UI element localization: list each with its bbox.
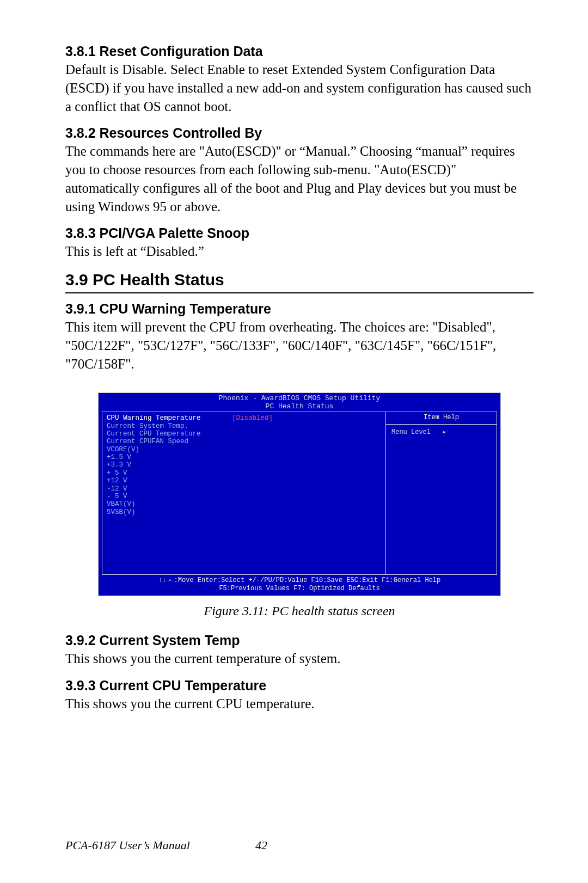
bios-setting-row: CPU Warning Temperature[Disabled] (107, 414, 381, 422)
heading-3-9-3: 3.9.3 Current CPU Temperature (65, 678, 534, 694)
bios-title-line1: Phoenix - AwardBIOS CMOS Setup Utility (219, 394, 380, 402)
figure-caption: Figure 3.11: PC health status screen (65, 604, 534, 618)
bios-setting-value: [Disabled] (232, 414, 273, 422)
bios-setting-row: + 5 V (107, 469, 381, 477)
bios-setting-row: Current System Temp. (107, 422, 381, 430)
body-3-8-3: This is left at “Disabled.” (65, 242, 534, 261)
section-3-8-2: 3.8.2 Resources Controlled By The comman… (65, 125, 534, 216)
bios-setting-label: +3.3 V (107, 461, 232, 469)
heading-3-8-1: 3.8.1 Reset Configuration Data (65, 44, 534, 59)
heading-3-9: 3.9 PC Health Status (65, 271, 534, 289)
bios-setting-label: Current System Temp. (107, 422, 232, 430)
bios-setting-label: +12 V (107, 477, 232, 485)
bios-setting-row: +12 V (107, 477, 381, 485)
bios-setting-label: + 5 V (107, 469, 232, 477)
body-3-9-3: This shows you the current CPU temperatu… (65, 695, 534, 713)
heading-3-8-2: 3.8.2 Resources Controlled By (65, 125, 534, 141)
bios-left-panel: CPU Warning Temperature[Disabled]Current… (102, 412, 385, 575)
bios-setting-row: - 5 V (107, 493, 381, 500)
bios-setting-label: Current CPUFAN Speed (107, 438, 232, 445)
page-footer: PCA-6187 User’s Manual 42 (65, 838, 534, 853)
bios-setting-row: VBAT(V) (107, 500, 381, 508)
bios-setting-row: -12 V (107, 485, 381, 493)
footer-manual-name: PCA-6187 User’s Manual (65, 838, 190, 853)
section-3-8-3: 3.8.3 PCI/VGA Palette Snoop This is left… (65, 225, 534, 261)
bios-title: Phoenix - AwardBIOS CMOS Setup Utility P… (99, 393, 500, 412)
bios-menu-level-label: Menu Level (391, 428, 431, 436)
bios-setting-label: +1.5 V (107, 453, 232, 461)
section-3-9-2: 3.9.2 Current System Temp This shows you… (65, 633, 534, 668)
bios-footer: ↑↓→←:Move Enter:Select +/-/PU/PD:Value F… (99, 575, 500, 596)
body-3-9-2: This shows you the current temperature o… (65, 649, 534, 668)
bios-setting-row: +3.3 V (107, 461, 381, 469)
section-3-8-1: 3.8.1 Reset Configuration Data Default i… (65, 44, 534, 115)
bios-setting-row: Current CPUFAN Speed (107, 438, 381, 445)
heading-3-9-2: 3.9.2 Current System Temp (65, 633, 534, 648)
bios-setting-label: VCORE(V) (107, 446, 232, 453)
bios-setting-row: 5VSB(V) (107, 508, 381, 516)
triangle-right-icon: ▸ (443, 428, 446, 436)
footer-page-number: 42 (255, 838, 267, 853)
section-divider (65, 292, 534, 293)
heading-3-8-3: 3.8.3 PCI/VGA Palette Snoop (65, 225, 534, 241)
bios-setting-label: Current CPU Temperature (107, 430, 232, 438)
bios-setting-label: 5VSB(V) (107, 508, 232, 516)
bios-setting-row: VCORE(V) (107, 446, 381, 453)
bios-title-line2: PC Health Status (266, 402, 334, 410)
section-3-9-3: 3.9.3 Current CPU Temperature This shows… (65, 678, 534, 713)
bios-right-panel: Item Help Menu Level ▸ (385, 412, 497, 575)
section-3-9-1: 3.9.1 CPU Warning Temperature This item … (65, 301, 534, 373)
bios-setting-label: VBAT(V) (107, 500, 232, 508)
bios-footer-line2: F5:Previous Values F7: Optimized Default… (219, 585, 379, 592)
bios-setting-label: -12 V (107, 485, 232, 493)
bios-setting-row: +1.5 V (107, 453, 381, 461)
bios-setting-label: - 5 V (107, 493, 232, 500)
bios-screenshot: Phoenix - AwardBIOS CMOS Setup Utility P… (98, 393, 501, 596)
bios-menu-level: Menu Level ▸ (386, 425, 497, 441)
bios-setting-label: CPU Warning Temperature (107, 414, 232, 422)
bios-item-help-header: Item Help (386, 412, 497, 425)
body-3-8-2: The commands here are "Auto(ESCD)" or “M… (65, 142, 534, 216)
bios-footer-line1: ↑↓→←:Move Enter:Select +/-/PU/PD:Value F… (158, 577, 440, 584)
bios-setting-row: Current CPU Temperature (107, 430, 381, 438)
body-3-8-1: Default is Disable. Select Enable to res… (65, 60, 534, 115)
body-3-9-1: This item will prevent the CPU from over… (65, 318, 534, 373)
heading-3-9-1: 3.9.1 CPU Warning Temperature (65, 301, 534, 317)
